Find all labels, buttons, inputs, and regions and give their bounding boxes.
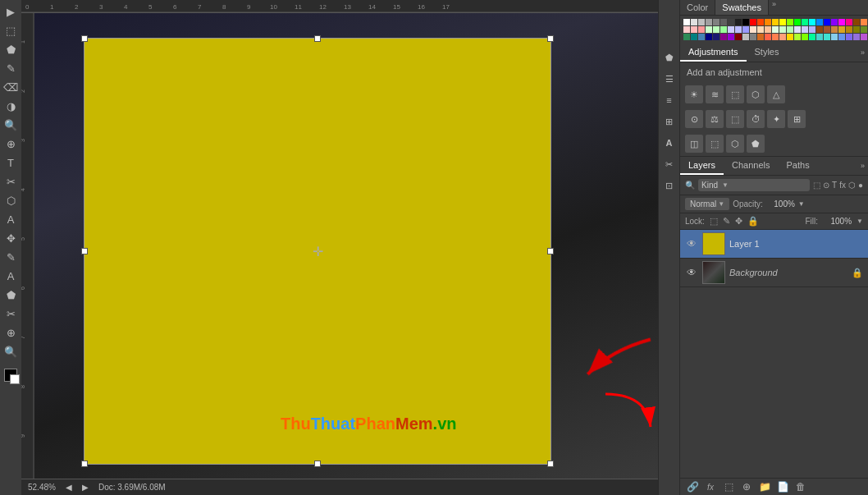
lock-transparent[interactable]: ⬚ xyxy=(710,216,718,227)
swatch[interactable] xyxy=(765,26,771,33)
layer-eye-1[interactable]: 👁 xyxy=(685,238,698,250)
swatch[interactable] xyxy=(750,26,756,33)
swatch[interactable] xyxy=(750,34,756,40)
adj-brightness[interactable]: ☀ xyxy=(685,85,703,103)
tab-swatches[interactable]: Swatches xyxy=(715,0,769,15)
swatch[interactable] xyxy=(750,19,756,25)
swatch[interactable] xyxy=(779,34,786,40)
adjustment-btn[interactable]: ⊕ xyxy=(739,481,754,493)
swatch[interactable] xyxy=(735,26,742,33)
tool-path[interactable]: ⬟ xyxy=(2,286,19,303)
swatch[interactable] xyxy=(787,34,793,40)
tool-move[interactable]: ▶ xyxy=(2,3,19,20)
transform-handle-tr[interactable] xyxy=(547,35,554,42)
filter-icon-5[interactable]: ⬡ xyxy=(848,181,856,190)
adj-levels[interactable]: ⬚ xyxy=(726,85,744,103)
swatch[interactable] xyxy=(706,26,712,33)
lock-all[interactable]: 🔒 xyxy=(747,216,759,227)
swatch[interactable] xyxy=(853,34,860,40)
opacity-arrow[interactable]: ▼ xyxy=(798,200,805,208)
swatch[interactable] xyxy=(816,26,823,33)
layer-item-1[interactable]: 👁 Layer 1 xyxy=(680,230,868,259)
swatch[interactable] xyxy=(735,19,742,25)
transform-handle-tl[interactable] xyxy=(81,35,88,42)
adjustments-collapse[interactable]: » xyxy=(857,48,868,57)
tool-select[interactable]: ⬚ xyxy=(2,22,19,39)
swatch[interactable] xyxy=(713,19,720,25)
swatch[interactable] xyxy=(698,26,705,33)
tool-dodge[interactable]: ✥ xyxy=(2,230,19,246)
swatch[interactable] xyxy=(735,34,742,40)
adj-gradient[interactable]: ⏱ xyxy=(747,110,765,128)
transform-handle-tm[interactable] xyxy=(314,35,321,42)
swatch[interactable] xyxy=(765,34,771,40)
filter-icon-2[interactable]: ⊙ xyxy=(823,181,829,190)
swatch[interactable] xyxy=(713,34,720,40)
adj-pattern[interactable]: ✦ xyxy=(767,110,785,128)
transform-handle-br[interactable] xyxy=(547,461,554,467)
foreground-bg-color[interactable] xyxy=(4,369,17,382)
panel-icon-adjust[interactable]: ☰ xyxy=(661,71,678,87)
swatch[interactable] xyxy=(720,26,727,33)
swatch[interactable] xyxy=(838,26,845,33)
swatch[interactable] xyxy=(846,34,852,40)
canvas-document[interactable]: ✛ xyxy=(84,38,551,465)
swatch[interactable] xyxy=(853,19,860,25)
swatch[interactable] xyxy=(706,19,712,25)
swatch[interactable] xyxy=(802,26,808,33)
adj-vibrance[interactable]: ⊙ xyxy=(685,110,703,128)
swatch[interactable] xyxy=(853,26,860,33)
adj-invert[interactable]: ⊞ xyxy=(788,110,806,128)
tool-eyedropper[interactable]: ⌫ xyxy=(2,79,19,95)
tool-stamp[interactable]: ⊕ xyxy=(2,135,19,152)
swatch[interactable] xyxy=(809,26,815,33)
swatch[interactable] xyxy=(728,19,734,25)
swatch[interactable] xyxy=(861,19,867,25)
swatch[interactable] xyxy=(728,26,734,33)
mask-btn[interactable]: ⬚ xyxy=(721,481,736,493)
tab-channels[interactable]: Channels xyxy=(724,157,778,175)
swatch[interactable] xyxy=(787,26,793,33)
tab-layers[interactable]: Layers xyxy=(680,157,724,175)
fill-arrow[interactable]: ▼ xyxy=(857,218,863,225)
adj-selective[interactable]: ⬡ xyxy=(726,135,744,153)
swatch[interactable] xyxy=(779,26,786,33)
adj-curves[interactable]: ≋ xyxy=(706,85,724,103)
swatch[interactable] xyxy=(831,19,838,25)
adj-solidcolor[interactable]: ⬟ xyxy=(747,135,765,153)
nav-next[interactable]: ▶ xyxy=(82,483,89,492)
group-btn[interactable]: 📁 xyxy=(757,481,772,493)
swatch[interactable] xyxy=(794,26,801,33)
tool-heal[interactable]: ◑ xyxy=(2,98,19,114)
swatch[interactable] xyxy=(720,19,727,25)
tool-lasso[interactable]: ⬟ xyxy=(2,41,19,57)
tool-gradient[interactable]: ⬡ xyxy=(2,192,19,209)
fx-btn[interactable]: fx xyxy=(703,483,718,492)
panel-icon-history[interactable]: ✂ xyxy=(661,156,678,172)
swatch[interactable] xyxy=(816,34,823,40)
lock-position[interactable]: ✥ xyxy=(735,216,742,227)
swatch[interactable] xyxy=(720,34,727,40)
swatch[interactable] xyxy=(794,34,801,40)
swatch[interactable] xyxy=(838,19,845,25)
tab-color[interactable]: Color xyxy=(680,0,715,15)
adj-photofilter[interactable]: ⬚ xyxy=(726,110,744,128)
tool-type[interactable]: A xyxy=(2,268,19,284)
adj-posterize[interactable]: ⬚ xyxy=(706,135,724,153)
swatch[interactable] xyxy=(816,19,823,25)
swatch[interactable] xyxy=(772,26,779,33)
canvas-viewport[interactable]: ✛ ThuThuatPhanMem.vn xyxy=(34,13,658,479)
filter-icon-4[interactable]: fx xyxy=(839,181,846,190)
panel-icon-actions[interactable]: ⊡ xyxy=(661,177,678,194)
swatch[interactable] xyxy=(809,34,815,40)
swatches-collapse[interactable]: » xyxy=(769,0,779,15)
tab-styles[interactable]: Styles xyxy=(747,44,788,62)
swatch[interactable] xyxy=(765,19,771,25)
panel-icon-style[interactable]: ≡ xyxy=(661,92,678,108)
swatch[interactable] xyxy=(861,26,867,33)
swatch[interactable] xyxy=(861,34,867,40)
swatch[interactable] xyxy=(742,26,749,33)
swatch[interactable] xyxy=(824,19,830,25)
blend-mode-select[interactable]: Normal ▼ xyxy=(685,198,729,210)
swatch[interactable] xyxy=(683,19,690,25)
